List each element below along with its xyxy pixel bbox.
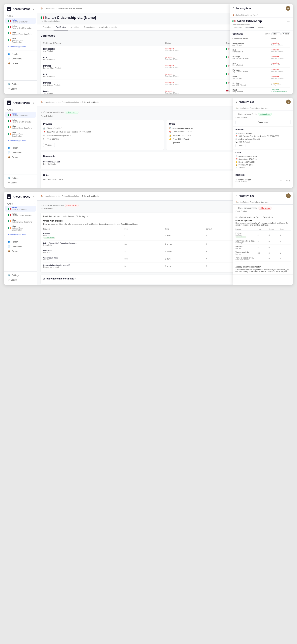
mini-contact-italiancit-3[interactable]: ✉ [269,241,270,243]
tab-certificates-1[interactable]: Certificates [53,24,68,30]
breadcrumb-applications-1[interactable]: Applications [45,7,55,9]
back-button-2[interactable]: ← Order birth certificate [40,111,63,114]
mini-avatar-2[interactable]: U [286,100,291,104]
sidebar-documents-2[interactable]: 📄Documents [5,150,36,155]
overlay-filter-btn-1[interactable]: ▼ Filter [282,32,290,35]
sidebar-logout-2[interactable]: ↩Logout [5,180,36,185]
mini-providers-table-3: Provider Fees Contact Order Pratiche Fac… [236,228,291,262]
overlay-cert-row-4[interactable]: BirthFrank Pritchett IncompleteTask time… [233,61,290,68]
sidebar-item-italian-grandfather-1[interactable]: Italian Paternal Grandfather [5,18,36,24]
sidebar-orders-3[interactable]: 📦Orders [5,249,36,253]
mini-order-direct-3[interactable]: 🗂 [280,258,281,260]
sidebar-item-irish-3[interactable]: Irish Maternal Great Grandfather [5,218,36,224]
provider-phone-row-2: 📞 (713) 850-7520 [43,138,161,140]
sidebar-orders-2[interactable]: 📦Orders [5,155,36,160]
tab-overview-1[interactable]: Overview [40,24,53,30]
overlay-tab-apostilles-1[interactable]: Apostilles [256,25,267,30]
overlay-tab-overview-1[interactable]: Overview [233,25,244,30]
brand-name-2: AncestryPass [13,101,30,104]
sidebar-item-italian-grandfather-3[interactable]: Italian Paternal Grandfather [5,206,36,212]
mini-contact-pratiche-3[interactable]: ✉ [269,234,270,236]
sidebar-item-irish-2[interactable]: Irish Maternal Great Grandfather [5,124,36,130]
sidebar-item-italian-great-grandfather-1[interactable]: Italian Paternal Great Grandfather [5,24,36,30]
contact-icon-vademecum-3[interactable]: ✉ [206,258,207,260]
sidebar-documents-3[interactable]: 📄Documents [5,244,36,249]
sidebar-item-irish-gm-3[interactable]: Irish Maternal Great Grandmother [5,224,36,232]
sidebar-item-irish-gm-2[interactable]: Irish Maternal Great Grandmother [5,130,36,138]
plans-toggle-1[interactable]: ▾ [33,15,34,17]
contact-icon-italiancit-3[interactable]: ✉ [206,243,207,245]
sidebar-collapse-2[interactable]: « [33,102,34,104]
sidebar-item-italian-great-2[interactable]: Italian Paternal Great Grandfather [5,118,36,124]
overlay-sort-select-1[interactable]: Status [271,32,281,35]
sidebar-collapse-1[interactable]: « [33,8,34,10]
overlay-cert-row-1[interactable]: NaturalisationJay Pritchett IncompleteTa… [233,41,290,48]
overlay-tab-certificates-1[interactable]: Certificates [244,25,256,30]
mini-avatar-3[interactable]: U [286,194,291,198]
overlay-cert-row-2[interactable]: BirthFrank Pritchett IncompleteTask time… [233,48,290,54]
plans-toggle-3[interactable]: ▾ [33,203,34,205]
sidebar-logout-1[interactable]: ↩Logout [5,87,36,91]
mini-order-pratiche-3[interactable]: 🗂 [280,234,281,236]
used-badge-pratiche-3: ✓ Used before [43,237,55,239]
overlay-cert-row-7[interactable]: MarriageJoe & Jill Pritchett In progress… [233,81,290,88]
add-application-2[interactable]: + Add new application [5,138,36,142]
edit-birth-icon-3[interactable]: ✏ [87,216,88,218]
contact-icon-mazzeschi-3[interactable]: ✉ [206,250,207,252]
mini-menu-icon-2[interactable]: ☰ [236,101,237,103]
mini-back-btn-2[interactable]: ← Order birth certificate [236,113,257,115]
sidebar-settings-2[interactable]: ⚙️Settings [5,176,36,180]
sidebar-logout-3[interactable]: ↩Logout [5,278,36,282]
tab-checklist-1[interactable]: Application checklist [97,24,119,30]
mini-breadcrumb-3: 🏠 › Italy Paternal Grandfather › Natural… [233,200,293,204]
visit-site-btn-2[interactable]: Visit Site [43,143,55,147]
back-button-3[interactable]: ← Order birth certificate [40,204,63,207]
mini-doc-edit-icon-2[interactable]: ✏ [286,180,288,182]
overlay-subtitle-1: via {Name of relative} [233,23,290,25]
contact-icon-direct-3[interactable]: ✉ [206,265,207,267]
plans-toggle-2[interactable]: ▾ [33,109,34,111]
mini-doc-view-icon-2[interactable]: 👁 [280,180,282,182]
sidebar-documents-1[interactable]: 📄Documents [5,56,36,61]
sidebar-family-2[interactable]: 👥Family [5,146,36,150]
mini-doc-download-icon-2[interactable]: ⬇ [283,180,285,182]
sidebar-settings-3[interactable]: ⚙️Settings [5,273,36,278]
sidebar-item-irish-great-grandfather-1[interactable]: Irish Maternal Great Grandfather [5,30,36,36]
sidebar-collapse-3[interactable]: « [33,196,34,198]
sidebar-item-irish-great-grandmother-1[interactable]: Irish Maternal Great Grandmother [5,36,36,44]
overlay-avatar-1[interactable]: U [286,6,290,11]
mini-order-vademecum-3[interactable]: 🗂 [280,252,281,254]
tab-apostilles-1[interactable]: Apostilles [68,24,81,30]
sidebar-family-1[interactable]: 👥Family [5,52,36,56]
mini-report-issue-btn-2[interactable]: Report issue [236,120,291,124]
plans-section-2: Plans ▾ [4,108,37,112]
overlay-cert-row-5[interactable]: MarriageJay & Gloria Pritchett Incomplet… [233,68,290,74]
overlay-cert-row-8[interactable]: DeathMary Pritchett Completed✓ 2 documen… [233,88,290,94]
mini-edit-icon-3[interactable]: ✏ [272,216,273,218]
mini-back-btn-3[interactable]: ← Order birth certificate [236,207,257,209]
overlay-header-1: ☰ AncestryPass U [230,4,293,13]
sidebar-orders-1[interactable]: 📦Orders [5,61,36,66]
sidebar-family-3[interactable]: 👥Family [5,240,36,244]
mini-contact-direct-3[interactable]: ✉ [269,258,270,260]
contact-icon-pratiche-3[interactable]: ✉ [206,235,207,237]
overlay-cert-row-3[interactable]: MarriageFrank & Mary Pritchett Incomplet… [233,54,290,61]
add-application-1[interactable]: + Add new application [5,44,36,48]
sidebar-settings-1[interactable]: ⚙️Settings [5,82,36,86]
mini-order-mazzeschi-3[interactable]: 🗂 [280,246,281,248]
mini-doc-delete-icon-2[interactable]: 🗑 [289,180,291,182]
overlay-more-1[interactable]: ··· [287,20,290,23]
mini-contact-btn-2[interactable]: Contact [236,144,246,147]
mini-document-section-2: Document document1234.pdf Birth Certific… [233,172,293,186]
mini-menu-icon-3[interactable]: ☰ [236,194,237,197]
mini-order-italiancit-3[interactable]: 🗂 [280,241,281,243]
logo-2: AncestryPass « [4,100,37,108]
add-application-3[interactable]: + Add new application [5,232,36,236]
sidebar-item-italian-grandfather-2[interactable]: Italian Paternal Grandfather [5,112,36,118]
overlay-menu-icon-1[interactable]: ☰ [233,7,234,10]
tab-translations-1[interactable]: Translations [81,24,97,30]
sidebar-item-italian-great-3[interactable]: Italian Paternal Great Grandfather [5,212,36,218]
mini-contact-vademecum-3[interactable]: ✉ [269,252,270,254]
overlay-cert-row-6[interactable]: DeathJay Pritchett IncompleteTask time: … [233,74,290,81]
mini-contact-mazzeschi-3[interactable]: ✉ [269,246,270,248]
